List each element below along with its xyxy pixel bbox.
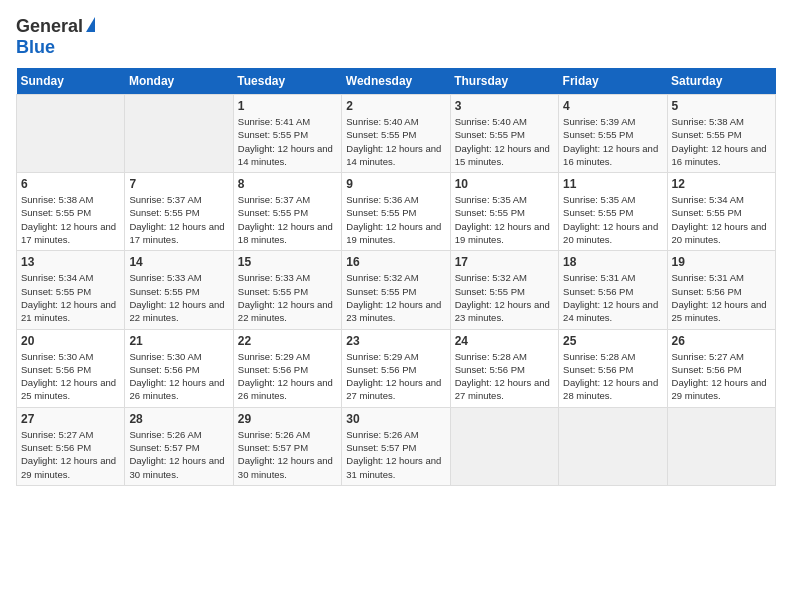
day-number: 6 [21, 177, 120, 191]
calendar-cell: 5Sunrise: 5:38 AMSunset: 5:55 PMDaylight… [667, 95, 775, 173]
day-info: Sunrise: 5:27 AM [21, 428, 120, 441]
calendar-cell: 3Sunrise: 5:40 AMSunset: 5:55 PMDaylight… [450, 95, 558, 173]
day-number: 22 [238, 334, 337, 348]
calendar-cell: 25Sunrise: 5:28 AMSunset: 5:56 PMDayligh… [559, 329, 667, 407]
day-info: Sunrise: 5:34 AM [672, 193, 771, 206]
day-info: Sunrise: 5:40 AM [346, 115, 445, 128]
header-col-friday: Friday [559, 68, 667, 95]
day-info: Daylight: 12 hours and 14 minutes. [346, 142, 445, 169]
day-info: Sunset: 5:57 PM [129, 441, 228, 454]
calendar-cell: 8Sunrise: 5:37 AMSunset: 5:55 PMDaylight… [233, 173, 341, 251]
day-info: Daylight: 12 hours and 22 minutes. [129, 298, 228, 325]
calendar-cell: 30Sunrise: 5:26 AMSunset: 5:57 PMDayligh… [342, 407, 450, 485]
day-info: Daylight: 12 hours and 30 minutes. [238, 454, 337, 481]
day-number: 18 [563, 255, 662, 269]
calendar-header: SundayMondayTuesdayWednesdayThursdayFrid… [17, 68, 776, 95]
day-info: Daylight: 12 hours and 21 minutes. [21, 298, 120, 325]
day-info: Sunrise: 5:38 AM [21, 193, 120, 206]
day-info: Sunset: 5:55 PM [238, 285, 337, 298]
day-info: Sunset: 5:55 PM [238, 128, 337, 141]
day-info: Daylight: 12 hours and 24 minutes. [563, 298, 662, 325]
calendar-cell [17, 95, 125, 173]
day-info: Daylight: 12 hours and 23 minutes. [455, 298, 554, 325]
day-info: Sunset: 5:56 PM [563, 363, 662, 376]
day-number: 5 [672, 99, 771, 113]
calendar-cell: 10Sunrise: 5:35 AMSunset: 5:55 PMDayligh… [450, 173, 558, 251]
calendar-cell [450, 407, 558, 485]
day-info: Daylight: 12 hours and 28 minutes. [563, 376, 662, 403]
calendar-cell: 21Sunrise: 5:30 AMSunset: 5:56 PMDayligh… [125, 329, 233, 407]
logo-general-text: General [16, 16, 83, 37]
day-info: Sunrise: 5:41 AM [238, 115, 337, 128]
day-info: Daylight: 12 hours and 30 minutes. [129, 454, 228, 481]
day-info: Daylight: 12 hours and 15 minutes. [455, 142, 554, 169]
day-info: Sunrise: 5:30 AM [21, 350, 120, 363]
day-number: 4 [563, 99, 662, 113]
day-info: Sunset: 5:56 PM [346, 363, 445, 376]
day-info: Sunset: 5:57 PM [346, 441, 445, 454]
day-info: Daylight: 12 hours and 27 minutes. [346, 376, 445, 403]
day-info: Daylight: 12 hours and 26 minutes. [129, 376, 228, 403]
calendar-cell: 28Sunrise: 5:26 AMSunset: 5:57 PMDayligh… [125, 407, 233, 485]
day-info: Daylight: 12 hours and 18 minutes. [238, 220, 337, 247]
day-info: Sunset: 5:55 PM [672, 128, 771, 141]
day-info: Sunrise: 5:29 AM [346, 350, 445, 363]
day-number: 28 [129, 412, 228, 426]
day-number: 30 [346, 412, 445, 426]
header-row: SundayMondayTuesdayWednesdayThursdayFrid… [17, 68, 776, 95]
day-info: Sunrise: 5:29 AM [238, 350, 337, 363]
calendar-cell: 20Sunrise: 5:30 AMSunset: 5:56 PMDayligh… [17, 329, 125, 407]
day-number: 21 [129, 334, 228, 348]
day-info: Sunset: 5:57 PM [238, 441, 337, 454]
day-number: 25 [563, 334, 662, 348]
day-info: Sunset: 5:55 PM [455, 285, 554, 298]
day-info: Sunrise: 5:33 AM [129, 271, 228, 284]
day-info: Sunset: 5:55 PM [563, 128, 662, 141]
day-info: Sunrise: 5:35 AM [455, 193, 554, 206]
day-info: Daylight: 12 hours and 22 minutes. [238, 298, 337, 325]
day-number: 11 [563, 177, 662, 191]
calendar-cell: 19Sunrise: 5:31 AMSunset: 5:56 PMDayligh… [667, 251, 775, 329]
day-number: 23 [346, 334, 445, 348]
day-info: Daylight: 12 hours and 29 minutes. [21, 454, 120, 481]
day-info: Daylight: 12 hours and 25 minutes. [21, 376, 120, 403]
calendar-cell: 6Sunrise: 5:38 AMSunset: 5:55 PMDaylight… [17, 173, 125, 251]
calendar-week-2: 6Sunrise: 5:38 AMSunset: 5:55 PMDaylight… [17, 173, 776, 251]
calendar-week-1: 1Sunrise: 5:41 AMSunset: 5:55 PMDaylight… [17, 95, 776, 173]
day-info: Sunrise: 5:38 AM [672, 115, 771, 128]
calendar-week-4: 20Sunrise: 5:30 AMSunset: 5:56 PMDayligh… [17, 329, 776, 407]
day-info: Daylight: 12 hours and 27 minutes. [455, 376, 554, 403]
calendar-body: 1Sunrise: 5:41 AMSunset: 5:55 PMDaylight… [17, 95, 776, 486]
day-number: 3 [455, 99, 554, 113]
calendar-cell: 11Sunrise: 5:35 AMSunset: 5:55 PMDayligh… [559, 173, 667, 251]
header-col-sunday: Sunday [17, 68, 125, 95]
day-info: Daylight: 12 hours and 16 minutes. [563, 142, 662, 169]
day-info: Sunrise: 5:32 AM [346, 271, 445, 284]
header-col-tuesday: Tuesday [233, 68, 341, 95]
day-info: Sunset: 5:56 PM [672, 285, 771, 298]
header-col-saturday: Saturday [667, 68, 775, 95]
calendar-cell: 18Sunrise: 5:31 AMSunset: 5:56 PMDayligh… [559, 251, 667, 329]
calendar-cell: 9Sunrise: 5:36 AMSunset: 5:55 PMDaylight… [342, 173, 450, 251]
day-info: Sunset: 5:55 PM [672, 206, 771, 219]
day-info: Sunset: 5:55 PM [21, 285, 120, 298]
day-info: Sunset: 5:55 PM [346, 128, 445, 141]
day-info: Sunset: 5:56 PM [21, 363, 120, 376]
day-info: Sunrise: 5:34 AM [21, 271, 120, 284]
day-info: Sunset: 5:56 PM [238, 363, 337, 376]
day-number: 1 [238, 99, 337, 113]
calendar-cell: 4Sunrise: 5:39 AMSunset: 5:55 PMDaylight… [559, 95, 667, 173]
day-number: 24 [455, 334, 554, 348]
day-info: Daylight: 12 hours and 20 minutes. [563, 220, 662, 247]
day-info: Daylight: 12 hours and 17 minutes. [21, 220, 120, 247]
page-header: General Blue [16, 16, 776, 58]
day-info: Daylight: 12 hours and 19 minutes. [455, 220, 554, 247]
day-number: 20 [21, 334, 120, 348]
day-info: Sunset: 5:56 PM [672, 363, 771, 376]
calendar-cell [667, 407, 775, 485]
day-info: Sunrise: 5:31 AM [563, 271, 662, 284]
day-info: Sunrise: 5:26 AM [238, 428, 337, 441]
calendar-cell [125, 95, 233, 173]
day-number: 19 [672, 255, 771, 269]
calendar-cell: 13Sunrise: 5:34 AMSunset: 5:55 PMDayligh… [17, 251, 125, 329]
